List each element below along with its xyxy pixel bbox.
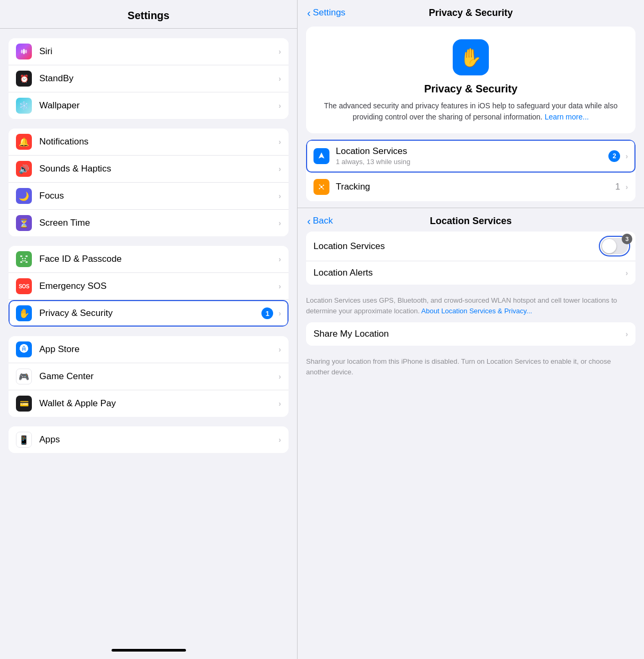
- tracking-content: Tracking: [336, 182, 615, 192]
- back-label: Settings: [313, 7, 345, 18]
- location-toggle-label: Location Services: [313, 241, 601, 252]
- privacy-chevron: ›: [278, 309, 281, 318]
- privacy-header-card: ✋ Privacy & Security The advanced securi…: [306, 27, 635, 133]
- svg-point-7: [22, 258, 23, 259]
- sidebar-item-siri[interactable]: Siri ›: [9, 38, 289, 65]
- siri-label: Siri: [39, 46, 276, 57]
- settings-title: Settings: [128, 10, 170, 21]
- sidebar-item-notifications[interactable]: 🔔 Notifications ›: [9, 129, 289, 156]
- location-toggle-row[interactable]: Location Services 3: [306, 232, 635, 261]
- privacy-icon: ✋: [16, 305, 32, 321]
- svg-rect-6: [26, 261, 28, 263]
- location-description: Location Services uses GPS, Bluetooth, a…: [298, 291, 644, 322]
- sidebar-item-sounds[interactable]: 🔊 Sounds & Haptics ›: [9, 156, 289, 183]
- apps-label: Apps: [39, 434, 276, 445]
- location-alerts-label: Location Alerts: [313, 268, 623, 278]
- sounds-icon: 🔊: [16, 161, 32, 177]
- learn-more-link[interactable]: Learn more...: [545, 113, 589, 121]
- share-my-location-right: ›: [623, 330, 628, 338]
- sidebar-item-gamecenter[interactable]: 🎮 Game Center ›: [9, 363, 289, 390]
- screentime-icon: ⏳: [16, 215, 32, 231]
- focus-chevron: ›: [278, 192, 281, 200]
- location-services-sublabel: 1 always, 13 while using: [336, 158, 608, 166]
- share-my-location-row[interactable]: Share My Location ›: [306, 322, 635, 346]
- location-nav-bar: ‹ Back Location Services: [298, 208, 644, 232]
- sounds-label: Sounds & Haptics: [39, 164, 276, 174]
- sidebar-item-standby[interactable]: ⏰ StandBy ›: [9, 65, 289, 92]
- privacy-security-right-panel: ‹ Settings Privacy & Security ✋ Privacy …: [298, 0, 644, 659]
- location-toggle-group: Location Services 3 Location Alerts ›: [306, 232, 635, 285]
- privacy-card-icon: ✋: [453, 39, 489, 75]
- tracking-row[interactable]: Tracking 1 ›: [306, 173, 635, 201]
- focus-icon: 🌙: [16, 188, 32, 204]
- focus-label: Focus: [39, 191, 276, 201]
- notifications-chevron: ›: [278, 138, 281, 146]
- sidebar-item-apps[interactable]: 📱 Apps ›: [9, 426, 289, 453]
- share-location-group: Share My Location ›: [306, 322, 635, 346]
- location-services-label: Location Services: [336, 146, 608, 157]
- share-my-location-label: Share My Location: [313, 329, 623, 339]
- settings-list: Siri › ⏰ StandBy › ❄️ Wallpaper ›: [0, 29, 297, 644]
- gamecenter-chevron: ›: [278, 372, 281, 381]
- tracking-value: 1: [615, 182, 620, 192]
- privacy-card-title: Privacy & Security: [424, 83, 518, 95]
- location-alerts-content: Location Alerts: [313, 268, 623, 278]
- privacy-card-desc: The advanced security and privacy featur…: [317, 100, 625, 123]
- wallet-icon: 💳: [16, 396, 32, 412]
- location-alerts-row[interactable]: Location Alerts ›: [306, 261, 635, 285]
- svg-point-8: [24, 258, 26, 259]
- location-chevron: ›: [625, 152, 628, 160]
- sos-chevron: ›: [278, 282, 281, 290]
- privacy-back-button[interactable]: ‹ Settings: [307, 7, 345, 18]
- standby-icon: ⏰: [16, 71, 32, 87]
- privacy-badge: 1: [261, 307, 273, 319]
- sidebar-item-sos[interactable]: SOS Emergency SOS ›: [9, 273, 289, 300]
- tracking-chevron: ›: [625, 183, 628, 191]
- location-services-toggle[interactable]: 3: [601, 238, 628, 254]
- wallet-label: Wallet & Apple Pay: [39, 398, 276, 409]
- sidebar-item-focus[interactable]: 🌙 Focus ›: [9, 183, 289, 210]
- toggle-knob: [602, 239, 616, 253]
- sidebar-item-wallet[interactable]: 💳 Wallet & Apple Pay ›: [9, 390, 289, 417]
- settings-left-panel: Settings Siri › ⏰: [0, 0, 298, 659]
- sidebar-item-wallpaper[interactable]: ❄️ Wallpaper ›: [9, 92, 289, 119]
- about-location-link[interactable]: About Location Services & Privacy...: [421, 307, 532, 315]
- location-services-section: ‹ Back Location Services Location Servic…: [298, 208, 644, 659]
- svg-point-0: [23, 49, 25, 54]
- privacy-nav-title: Privacy & Security: [429, 7, 513, 18]
- location-back-label: Back: [313, 216, 333, 226]
- screentime-label: Screen Time: [39, 218, 276, 228]
- sidebar-item-faceid[interactable]: Face ID & Passcode ›: [9, 246, 289, 273]
- location-services-icon: [313, 148, 329, 164]
- settings-group-3: Face ID & Passcode › SOS Emergency SOS ›…: [9, 246, 289, 327]
- settings-header: Settings: [0, 0, 297, 29]
- location-nav-title: Location Services: [430, 216, 512, 226]
- sidebar-item-privacy[interactable]: ✋ Privacy & Security 1 ›: [9, 300, 289, 327]
- location-alerts-chevron: ›: [625, 269, 628, 277]
- gamecenter-label: Game Center: [39, 371, 276, 382]
- tracking-label: Tracking: [336, 182, 615, 192]
- location-toggle-right: 3: [601, 238, 628, 254]
- sidebar-item-appstore[interactable]: 🅐 App Store ›: [9, 336, 289, 363]
- svg-point-1: [21, 50, 23, 54]
- location-alerts-right: ›: [623, 269, 628, 277]
- back-chevron-icon: ‹: [307, 7, 311, 18]
- notifications-icon: 🔔: [16, 134, 32, 150]
- svg-point-9: [320, 186, 323, 188]
- settings-group-4: 🅐 App Store › 🎮 Game Center › 💳 Wallet &…: [9, 336, 289, 417]
- faceid-chevron: ›: [278, 255, 281, 263]
- apps-icon: 📱: [16, 432, 32, 448]
- privacy-label: Privacy & Security: [39, 308, 261, 319]
- share-location-description: Sharing your location from this iPhone i…: [298, 352, 644, 383]
- wallpaper-icon: ❄️: [16, 98, 32, 114]
- location-back-button[interactable]: ‹ Back: [307, 216, 333, 226]
- privacy-nav-bar: ‹ Settings Privacy & Security: [298, 0, 644, 22]
- sos-label: Emergency SOS: [39, 281, 276, 292]
- settings-group-1: Siri › ⏰ StandBy › ❄️ Wallpaper ›: [9, 38, 289, 119]
- location-services-row[interactable]: Location Services 1 always, 13 while usi…: [306, 140, 635, 173]
- standby-label: StandBy: [39, 73, 276, 84]
- wallet-chevron: ›: [278, 399, 281, 408]
- sidebar-item-screentime[interactable]: ⏳ Screen Time ›: [9, 210, 289, 236]
- apps-chevron: ›: [278, 435, 281, 444]
- share-my-location-content: Share My Location: [313, 329, 623, 339]
